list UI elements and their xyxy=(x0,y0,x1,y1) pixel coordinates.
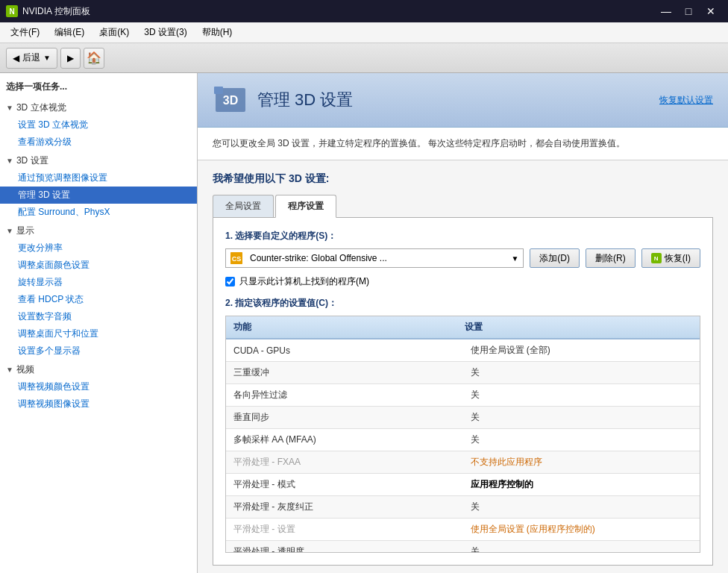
tab-program[interactable]: 程序设置 xyxy=(275,195,336,218)
show-installed-checkbox[interactable] xyxy=(225,277,235,286)
sidebar-group-display-label: 显示 xyxy=(16,225,34,237)
window-title: NVIDIA 控制面板 xyxy=(22,5,90,18)
forward-button[interactable]: ▶ xyxy=(60,48,81,69)
back-dropdown-icon[interactable]: ▼ xyxy=(43,54,51,62)
sidebar-item-stereo-games[interactable]: 查看游戏分级 xyxy=(0,134,197,151)
program-dropdown[interactable]: CS Counter-strike: Global Offensive ... … xyxy=(225,248,524,268)
table-cell-setting: 关 xyxy=(463,384,700,406)
sidebar-group-3d[interactable]: ▼ 3D 设置 xyxy=(0,152,197,169)
sidebar-group-stereo-label: 3D 立体视觉 xyxy=(16,101,66,114)
table-row[interactable]: 平滑处理 - 模式 应用程序控制的 xyxy=(226,474,700,496)
sidebar-item-display-resolution[interactable]: 更改分辨率 xyxy=(0,239,197,257)
section-question: 我希望使用以下 3D 设置: xyxy=(213,172,713,186)
back-button[interactable]: ◀ 后退 ▼ xyxy=(6,48,57,69)
sidebar-item-display-rotate[interactable]: 旋转显示器 xyxy=(0,274,197,291)
sidebar-item-display-color[interactable]: 调整桌面颜色设置 xyxy=(0,257,197,274)
toolbar: ◀ 后退 ▼ ▶ 🏠 xyxy=(0,43,728,73)
nvidia-restore-icon: N xyxy=(651,253,662,263)
table-cell-feature: 平滑处理 - 设置 xyxy=(226,519,463,540)
sidebar-group-video-label: 视频 xyxy=(16,363,34,376)
table-row[interactable]: 平滑处理 - 透明度 关 xyxy=(226,541,700,552)
table-row[interactable]: 平滑处理 - FXAA 不支持此应用程序 xyxy=(226,451,700,474)
sidebar-item-video-image[interactable]: 调整视频图像设置 xyxy=(0,395,197,413)
sidebar-item-3d-surround[interactable]: 配置 Surround、PhysX xyxy=(0,204,197,221)
sidebar-group-stereo[interactable]: ▼ 3D 立体视觉 xyxy=(0,99,197,116)
table-cell-feature: 平滑处理 - FXAA xyxy=(226,451,463,473)
home-button[interactable]: 🏠 xyxy=(84,48,104,69)
sidebar: 选择一项任务... ▼ 3D 立体视觉 设置 3D 立体视觉 查看游戏分级 ▼ … xyxy=(0,73,198,573)
table-cell-feature: 多帧采样 AA (MFAA) xyxy=(226,429,463,451)
triangle-icon-video: ▼ xyxy=(6,366,13,374)
table-cell-feature: 各向异性过滤 xyxy=(226,384,463,406)
table-row[interactable]: 垂直同步 关 xyxy=(226,407,700,429)
table-row[interactable]: 平滑处理 - 灰度纠正 关 xyxy=(226,496,700,519)
forward-arrow-icon: ▶ xyxy=(67,53,74,63)
sidebar-group-video[interactable]: ▼ 视频 xyxy=(0,361,197,378)
step1-label: 1. 选择要自定义的程序(S)： xyxy=(225,230,700,242)
sidebar-item-video-color[interactable]: 调整视频颜色设置 xyxy=(0,378,197,395)
menu-desktop[interactable]: 桌面(K) xyxy=(93,24,135,41)
title-bar: N NVIDIA 控制面板 — □ ✕ xyxy=(0,0,728,22)
sidebar-section-video: ▼ 视频 调整视频颜色设置 调整视频图像设置 xyxy=(0,361,197,413)
back-arrow-icon: ◀ xyxy=(13,53,19,63)
table-cell-setting: 应用程序控制的 xyxy=(463,474,700,495)
content-description: 您可以更改全局 3D 设置，并建立特定程序的置换值。 每次这些特定程序启动时，都… xyxy=(198,128,728,160)
triangle-icon-stereo: ▼ xyxy=(6,104,13,112)
menu-edit[interactable]: 编辑(E) xyxy=(48,24,90,41)
tab-global[interactable]: 全局设置 xyxy=(213,195,274,217)
sidebar-group-3d-label: 3D 设置 xyxy=(16,154,48,167)
svg-rect-3 xyxy=(214,87,223,94)
sidebar-section-display: ▼ 显示 更改分辨率 调整桌面颜色设置 旋转显示器 查看 HDCP 状态 设置数… xyxy=(0,222,197,360)
program-settings-panel: 1. 选择要自定义的程序(S)： CS Counter-strike: Glob… xyxy=(213,218,713,566)
table-cell-feature: CUDA - GPUs xyxy=(226,341,463,360)
add-program-button[interactable]: 添加(D) xyxy=(530,248,580,268)
content-header: 3D 管理 3D 设置 恢复默认设置 xyxy=(198,73,728,128)
tabs-container: 全局设置 程序设置 xyxy=(213,195,713,218)
table-cell-feature: 三重缓冲 xyxy=(226,362,463,383)
table-cell-setting: 关 xyxy=(463,541,700,552)
restore-program-button[interactable]: N 恢复(I) xyxy=(641,248,700,268)
svg-text:3D: 3D xyxy=(223,94,238,107)
checkbox-label[interactable]: 只显示此计算机上找到的程序(M) xyxy=(239,275,369,288)
sidebar-item-3d-manage[interactable]: 管理 3D 设置 xyxy=(0,187,197,204)
sidebar-item-3d-preview[interactable]: 通过预览调整图像设置 xyxy=(0,169,197,187)
minimize-button[interactable]: — xyxy=(655,0,677,22)
content-title: 管理 3D 设置 xyxy=(257,89,353,111)
step2-label: 2. 指定该程序的设置值(C)： xyxy=(225,297,700,310)
triangle-icon-display: ▼ xyxy=(6,227,13,235)
table-row[interactable]: 多帧采样 AA (MFAA) 关 xyxy=(226,429,700,451)
menu-file[interactable]: 文件(F) xyxy=(4,24,46,41)
table-row[interactable]: CUDA - GPUs 使用全局设置 (全部) xyxy=(226,339,700,362)
col-header-setting: 设置 xyxy=(457,316,688,338)
table-cell-setting: 使用全局设置 (应用程序控制的) xyxy=(463,519,700,540)
table-cell-feature: 平滑处理 - 模式 xyxy=(226,474,463,495)
table-row[interactable]: 各向异性过滤 关 xyxy=(226,384,700,407)
table-cell-setting: 关 xyxy=(463,362,700,383)
table-cell-setting: 使用全局设置 (全部) xyxy=(463,339,700,361)
table-cell-setting: 关 xyxy=(463,496,700,518)
restore-default-link[interactable]: 恢复默认设置 xyxy=(659,94,713,107)
triangle-icon-3d: ▼ xyxy=(6,157,13,165)
table-cell-setting: 不支持此应用程序 xyxy=(463,451,700,473)
sidebar-item-display-audio[interactable]: 设置数字音频 xyxy=(0,308,197,325)
table-row[interactable]: 平滑处理 - 设置 使用全局设置 (应用程序控制的) xyxy=(226,519,700,541)
table-row[interactable]: 三重缓冲 关 xyxy=(226,362,700,384)
menu-3d-settings[interactable]: 3D 设置(3) xyxy=(138,24,192,41)
settings-table-wrapper: 功能 设置 CUDA - GPUs 使用全局设置 (全部) 三重缓冲 关 各向异… xyxy=(225,316,700,553)
menu-help[interactable]: 帮助(H) xyxy=(196,24,239,41)
remove-program-button[interactable]: 删除(R) xyxy=(586,248,636,268)
svg-text:CS: CS xyxy=(232,255,242,263)
sidebar-item-stereo-setup[interactable]: 设置 3D 立体视觉 xyxy=(0,116,197,134)
3d-settings-icon: 3D xyxy=(213,82,248,118)
maximize-button[interactable]: □ xyxy=(677,0,700,22)
content-area: 3D 管理 3D 设置 恢复默认设置 您可以更改全局 3D 设置，并建立特定程序… xyxy=(198,73,728,573)
sidebar-item-display-size[interactable]: 调整桌面尺寸和位置 xyxy=(0,325,197,342)
sidebar-item-display-multi[interactable]: 设置多个显示器 xyxy=(0,342,197,360)
close-button[interactable]: ✕ xyxy=(700,0,722,22)
nvidia-icon: N xyxy=(6,5,18,17)
sidebar-item-display-hdcp[interactable]: 查看 HDCP 状态 xyxy=(0,291,197,308)
back-label: 后退 xyxy=(22,51,40,64)
sidebar-section-stereo: ▼ 3D 立体视觉 设置 3D 立体视觉 查看游戏分级 xyxy=(0,99,197,151)
sidebar-section-3d: ▼ 3D 设置 通过预览调整图像设置 管理 3D 设置 配置 Surround、… xyxy=(0,152,197,221)
sidebar-group-display[interactable]: ▼ 显示 xyxy=(0,222,197,239)
